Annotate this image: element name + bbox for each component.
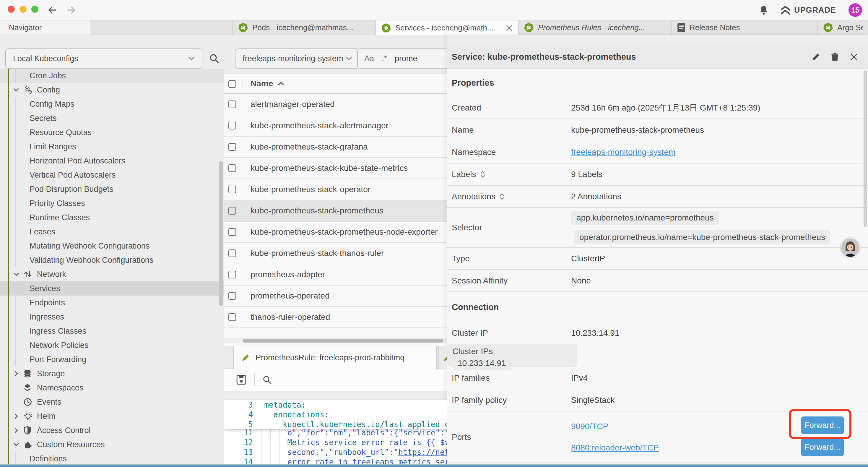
sidebar-item-pod-disruption-budgets[interactable]: Pod Disruption Budgets [0, 182, 224, 196]
detail-scrollbar[interactable] [864, 70, 867, 227]
sidebar-item-custom-resources[interactable]: Custom Resources [0, 437, 224, 451]
sidebar-item-network[interactable]: Network [0, 267, 224, 282]
horizontal-scrollbar[interactable] [243, 339, 443, 343]
sidebar-scrollbar[interactable] [219, 161, 223, 306]
sidebar-item-endpoints[interactable]: Endpoints [0, 296, 224, 310]
sidebar-item-mutating-webhook-configurations[interactable]: Mutating Webhook Configurations [0, 239, 224, 253]
chevron-right-icon[interactable] [13, 427, 20, 434]
sidebar-item-port-forwarding[interactable]: Port Forwarding [0, 352, 224, 367]
editor-tab-prometheusrule[interactable]: PrometheusRule: freeleaps-prod-rabbitmq [234, 346, 437, 370]
forward-button[interactable]: Forward... [801, 438, 844, 456]
upgrade-button[interactable]: UPGRADE [780, 5, 836, 15]
forward-icon[interactable] [66, 5, 76, 15]
chevron-right-icon[interactable] [13, 413, 20, 419]
avatar[interactable] [840, 237, 861, 258]
sidebar-item-access-control[interactable]: Access Control [0, 423, 224, 437]
sidebar-item-horizontal-pod-autoscalers[interactable]: Horizontal Pod Autoscalers [0, 154, 224, 168]
kubeconfig-selector[interactable]: Local Kubeconfigs [5, 49, 203, 68]
chevron-down-icon[interactable] [13, 441, 20, 448]
sort-updown-icon[interactable] [500, 193, 504, 200]
maximize-window-button[interactable] [31, 6, 38, 13]
sidebar-item-vertical-pod-autoscalers[interactable]: Vertical Pod Autoscalers [0, 168, 224, 182]
sidebar-item-definitions[interactable]: Definitions [0, 451, 224, 466]
code-line: 5 kubectl.kubernetes.io/last-applied-co [224, 419, 447, 429]
row-checkbox[interactable] [228, 271, 236, 279]
case-sensitive-toggle[interactable]: Aa [364, 54, 374, 63]
tab-prometheus-rules-icecheng[interactable]: Prometheus Rules - icecheng... [518, 20, 672, 35]
table-row[interactable]: alertmanager-operated [224, 94, 447, 115]
edit-icon[interactable] [811, 53, 820, 61]
sidebar-item-leases[interactable]: Leases [0, 225, 224, 239]
tab-pods-icecheng-mathmas[interactable]: Pods - icecheng@mathmas... [232, 20, 375, 35]
namespace-link[interactable]: freeleaps-monitoring-system [571, 147, 675, 157]
table-row[interactable]: kube-prometheus-stack-prometheus [224, 200, 447, 222]
bell-icon[interactable] [759, 5, 768, 15]
row-checkbox[interactable] [228, 143, 236, 151]
search-icon[interactable] [209, 53, 219, 64]
sidebar-item-storage[interactable]: Storage [0, 367, 224, 381]
search-icon[interactable] [262, 375, 272, 384]
sidebar-item-config-maps[interactable]: Config Maps [0, 97, 224, 111]
namespace-selector[interactable]: freeleaps-monitoring-system [235, 49, 360, 68]
table-row[interactable]: kube-prometheus-stack-operator [224, 179, 447, 200]
yaml-editor[interactable]: 11 o","for":"nm","labels":{"service":"12… [224, 400, 447, 467]
delete-icon[interactable] [831, 52, 839, 62]
sidebar-item-resource-quotas[interactable]: Resource Quotas [0, 125, 224, 140]
sidebar-item-ingresses[interactable]: Ingresses [0, 310, 224, 324]
row-checkbox[interactable] [228, 250, 236, 257]
name-column-header[interactable]: Name [251, 79, 284, 88]
port-link[interactable]: 8080:reloader-web/TCP [571, 443, 659, 453]
sidebar-item-events[interactable]: Events [0, 395, 224, 409]
code-link[interactable]: https://net [398, 448, 447, 457]
back-icon[interactable] [47, 5, 57, 15]
sidebar-item-helm[interactable]: Helm [0, 409, 224, 423]
sidebar-item-secrets[interactable]: Secrets [0, 111, 224, 125]
sidebar-item-namespaces[interactable]: Namespaces [0, 381, 224, 395]
tab-argo-se[interactable]: Argo Se [817, 20, 868, 35]
sidebar-item-priority-classes[interactable]: Priority Classes [0, 196, 224, 210]
row-checkbox[interactable] [228, 122, 236, 129]
table-row[interactable]: kube-prometheus-stack-prometheus-node-ex… [224, 222, 447, 243]
table-row[interactable]: prometheus-adapter [224, 264, 447, 286]
table-row[interactable]: thanos-ruler-operated [224, 307, 447, 328]
sidebar-item-network-policies[interactable]: Network Policies [0, 338, 224, 352]
regex-toggle[interactable]: .* [382, 54, 387, 63]
row-checkbox[interactable] [228, 185, 236, 193]
search-input[interactable]: Aa .* prome [357, 49, 447, 68]
close-icon[interactable] [850, 53, 858, 61]
sidebar-item-cron-jobs[interactable]: Cron Jobs [0, 68, 224, 83]
editor-tab-partial[interactable] [438, 346, 447, 370]
chevron-down-icon[interactable] [13, 87, 20, 93]
sidebar-item-runtime-classes[interactable]: Runtime Classes [0, 210, 224, 225]
minimize-window-button[interactable] [20, 6, 27, 13]
chevron-down-icon[interactable] [13, 271, 20, 278]
table-row[interactable]: kube-prometheus-stack-kube-state-metrics [224, 158, 447, 179]
table-row[interactable]: prometheus-operated [224, 286, 447, 307]
sidebar-item-validating-webhook-configurations[interactable]: Validating Webhook Configurations [0, 253, 224, 267]
tab-navigator[interactable]: Navigator [0, 20, 90, 35]
row-checkbox[interactable] [228, 228, 236, 236]
row-checkbox[interactable] [228, 313, 236, 321]
sidebar-item-limit-ranges[interactable]: Limit Ranges [0, 140, 224, 154]
table-row[interactable]: kube-prometheus-stack-grafana [224, 137, 447, 158]
notification-badge[interactable]: 15 [848, 3, 862, 17]
tab-services-icecheng-math[interactable]: Services - icecheng@math... [375, 20, 518, 35]
port-link[interactable]: 9090/TCP [571, 422, 608, 431]
row-checkbox[interactable] [228, 164, 236, 172]
forward-button[interactable]: Forward... [801, 416, 844, 434]
sidebar-item-services[interactable]: Services [0, 282, 224, 296]
close-window-button[interactable] [8, 6, 15, 13]
sidebar-item-ingress-classes[interactable]: Ingress Classes [0, 324, 224, 338]
table-row[interactable]: kube-prometheus-stack-thanos-ruler [224, 243, 447, 264]
close-tab-icon[interactable] [506, 25, 513, 32]
select-all-checkbox[interactable] [228, 80, 236, 88]
save-icon[interactable] [236, 375, 246, 385]
table-row[interactable]: kube-prometheus-stack-alertmanager [224, 115, 447, 137]
row-checkbox[interactable] [228, 100, 236, 108]
chevron-right-icon[interactable] [13, 370, 20, 377]
sort-updown-icon[interactable] [480, 171, 485, 178]
sidebar-item-config[interactable]: Config [0, 83, 224, 97]
row-checkbox[interactable] [228, 292, 236, 300]
tab-release-notes[interactable]: Release Notes [672, 20, 817, 35]
row-checkbox[interactable] [228, 207, 236, 214]
